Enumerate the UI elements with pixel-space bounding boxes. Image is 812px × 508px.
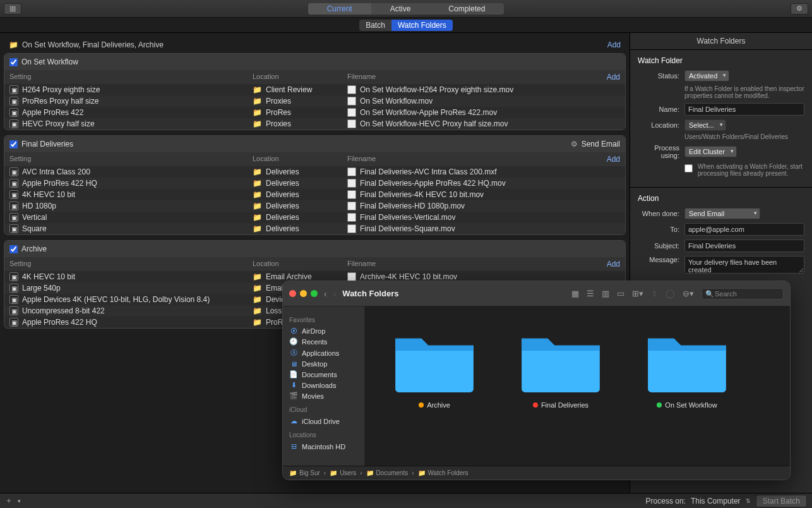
folder-icon: 📁	[253, 306, 262, 315]
breadcrumb-add-button[interactable]: Add	[607, 40, 621, 49]
sidebar-toggle-button[interactable]: ▥	[4, 3, 21, 15]
process-using-select[interactable]: Edit Cluster	[684, 146, 737, 157]
folder-item[interactable]: Archive	[384, 325, 485, 409]
setting-text: ProRes Proxy half size	[22, 97, 99, 106]
preset-icon: ▣	[9, 97, 18, 106]
process-on-value[interactable]: This Computer	[691, 497, 741, 505]
path-crumb[interactable]: 📁 Big Sur	[289, 469, 320, 476]
status-select[interactable]: Activated	[684, 70, 729, 82]
filename-text: On Set Workflow.mov	[360, 97, 433, 106]
chevron-down-icon[interactable]: ▾	[18, 498, 21, 504]
tag-dot-icon	[533, 402, 538, 408]
preset-icon: ▣	[9, 179, 18, 188]
sidebar-item-desktop[interactable]: 🖥Desktop	[289, 359, 358, 369]
folder-item[interactable]: Final Deliveries	[510, 325, 611, 409]
preset-row[interactable]: ▣Square 📁Deliveries Final Deliveries-Squ…	[4, 223, 625, 234]
sidebar-item-recents[interactable]: 🕘Recents	[289, 336, 358, 347]
column-view-button[interactable]: ▥	[602, 289, 609, 298]
location-text: Email Archive	[266, 272, 312, 281]
panel-add-button[interactable]: Add	[607, 155, 620, 164]
folder-icon: 📁	[253, 272, 262, 281]
tags-button[interactable]: ◯	[666, 289, 675, 298]
finder-search[interactable]: 🔍 Search	[702, 288, 784, 299]
sidebar-item-icloud-drive[interactable]: ☁︎iCloud Drive	[289, 416, 358, 426]
action-button[interactable]: ⊖▾	[683, 289, 694, 298]
icloud-header: iCloud	[289, 406, 358, 413]
start-batch-button[interactable]: Start Batch	[756, 495, 807, 507]
name-input[interactable]	[684, 103, 804, 116]
panel-add-button[interactable]: Add	[607, 73, 620, 82]
sidebar-item-label: Movies	[302, 392, 324, 400]
close-button[interactable]	[289, 290, 296, 297]
inspector-section-action: Action	[638, 194, 804, 203]
subject-input[interactable]	[684, 239, 804, 252]
panel-enable-checkbox[interactable]	[9, 140, 18, 148]
path-crumb[interactable]: 📁 Documents	[366, 469, 409, 476]
filename-text: Final Deliveries-AVC Intra Class 200.mxf	[360, 167, 497, 176]
preset-row[interactable]: ▣Vertical 📁Deliveries Final Deliveries-V…	[4, 212, 625, 223]
preset-icon: ▣	[9, 284, 18, 293]
folder-icon: 📁	[9, 40, 18, 49]
panel-enable-checkbox[interactable]	[9, 245, 18, 253]
recents-icon: 🕘	[289, 337, 298, 346]
preset-row[interactable]: ▣H264 Proxy eighth size 📁Client Review O…	[4, 84, 625, 95]
sidebar-item-airdrop[interactable]: ⦿AirDrop	[289, 326, 358, 336]
col-setting: Setting	[9, 73, 253, 82]
path-crumb[interactable]: 📁 Users	[330, 469, 356, 476]
finder-window[interactable]: ‹ › Watch Folders ▦ ☰ ▥ ▭ ⊞▾ ⇪ ◯ ⊖▾ 🔍 Se…	[282, 281, 791, 480]
col-filename: Filename	[347, 155, 376, 164]
preset-row[interactable]: ▣ProRes Proxy half size 📁Proxies On Set …	[4, 95, 625, 107]
sidebar-item-label: Downloads	[302, 382, 336, 389]
minimize-button[interactable]	[300, 290, 307, 297]
sidebar-item-applications[interactable]: ⒶApplications	[289, 347, 358, 359]
sidebar-item-downloads[interactable]: ⬇Downloads	[289, 380, 358, 390]
preset-icon: ▣	[9, 167, 18, 176]
preset-row[interactable]: ▣Apple ProRes 422 HQ 📁Deliveries Final D…	[4, 178, 625, 189]
watch-folder-panel: On Set Workflow Setting Location Filenam…	[4, 53, 626, 130]
tab-active[interactable]: Active	[371, 3, 430, 15]
preset-row[interactable]: ▣AVC Intra Class 200 📁Deliveries Final D…	[4, 166, 625, 178]
to-input[interactable]	[684, 223, 804, 236]
location-text: ProRes	[266, 108, 291, 117]
setting-text: Apple ProRes 422	[22, 108, 83, 117]
sidebar-item-movies[interactable]: 🎬Movies	[289, 390, 358, 401]
panel-add-button[interactable]: Add	[607, 260, 620, 269]
path-crumb[interactable]: 📁 Watch Folders	[418, 469, 469, 476]
list-view-button[interactable]: ☰	[587, 289, 594, 298]
folder-icon: 📁	[253, 85, 262, 94]
sidebar-item-macintosh-hd[interactable]: ⊟Macintosh HD	[289, 441, 358, 452]
filename-text: Final Deliveries-4K HEVC 10 bit.mov	[360, 190, 484, 199]
back-button[interactable]: ‹	[324, 289, 327, 299]
forward-button[interactable]: ›	[333, 289, 337, 299]
updown-icon[interactable]: ⇅	[746, 498, 751, 504]
chevron-right-icon: ›	[324, 469, 326, 476]
sidebar-item-documents[interactable]: 📄Documents	[289, 369, 358, 380]
message-textarea[interactable]: Your delivery files have been created	[684, 256, 804, 274]
subtab-watch-folders[interactable]: Watch Folders	[391, 20, 453, 31]
preset-row[interactable]: ▣4K HEVC 10 bit 📁Deliveries Final Delive…	[4, 189, 625, 200]
finder-path-bar: 📁 Big Sur›📁 Users›📁 Documents›📁 Watch Fo…	[283, 466, 790, 480]
zoom-button[interactable]	[311, 290, 318, 297]
location-select-button[interactable]: Select...	[684, 119, 726, 131]
folder-icon: 📁	[253, 179, 262, 188]
gear-icon[interactable]: ⚙	[571, 140, 578, 148]
tab-current[interactable]: Current	[308, 3, 371, 15]
tab-completed[interactable]: Completed	[429, 3, 504, 15]
share-button[interactable]: ⇪	[651, 289, 658, 298]
panel-enable-checkbox[interactable]	[9, 58, 18, 66]
group-button[interactable]: ⊞▾	[632, 289, 643, 298]
process-existing-checkbox[interactable]	[684, 164, 693, 172]
preset-row[interactable]: ▣Apple ProRes 422 📁ProRes On Set Workflo…	[4, 107, 625, 118]
folder-item[interactable]: On Set Workflow	[636, 325, 737, 409]
preset-row[interactable]: ▣HEVC Proxy half size 📁Proxies On Set Wo…	[4, 118, 625, 130]
finder-content[interactable]: ArchiveFinal DeliveriesOn Set Workflow	[365, 306, 790, 466]
subtab-batch[interactable]: Batch	[359, 20, 391, 31]
setting-text: Apple ProRes 422 HQ	[22, 318, 97, 327]
settings-button[interactable]: ⚙	[791, 3, 808, 15]
when-done-select[interactable]: Send Email	[684, 208, 760, 219]
setting-text: 4K HEVC 10 bit	[22, 190, 75, 199]
plus-icon[interactable]: ＋	[5, 495, 13, 506]
icon-view-button[interactable]: ▦	[571, 289, 579, 298]
preset-row[interactable]: ▣HD 1080p 📁Deliveries Final Deliveries-H…	[4, 200, 625, 212]
gallery-view-button[interactable]: ▭	[617, 289, 624, 298]
